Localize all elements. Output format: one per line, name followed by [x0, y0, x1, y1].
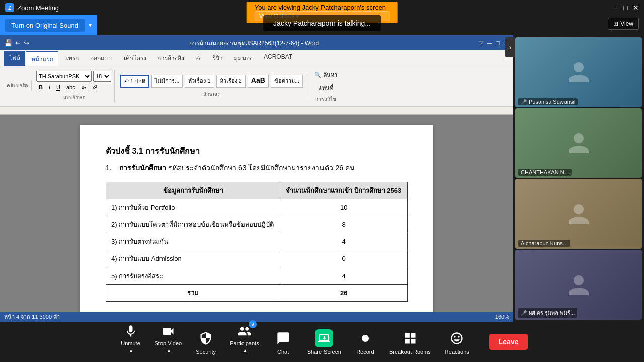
doc-sub-number: 1. [106, 164, 112, 172]
strikethrough-button[interactable]: abc [64, 83, 78, 92]
doc-sub: 1. การรับนักศึกษา รหัสประจำตัวนักศึกษา 6… [106, 162, 408, 173]
participants-button[interactable]: 9 Participants [230, 322, 259, 346]
word-undo-icon[interactable]: ↩ [15, 39, 21, 47]
bold-button[interactable]: B [36, 83, 45, 92]
table-cell-value: 4 [280, 267, 408, 285]
word-status-left: หน้า 4 จาก 11 3000 คำ [4, 312, 60, 321]
tab-insert[interactable]: แทรก [59, 51, 84, 66]
breakout-rooms-button[interactable]: Breakout Rooms [384, 326, 436, 358]
table-cell-label: 5) การรับตรงอิสระ [106, 267, 280, 285]
word-window: 💾 ↩ ↪ การนำเสนอผลงานชุดJSAR2563(12-7-64)… [0, 35, 513, 322]
table-row: 1) การรับด้วย Portfolio10 [106, 199, 408, 216]
original-sound-arrow[interactable]: ▾ [89, 22, 92, 29]
word-redo-icon[interactable]: ↪ [24, 39, 29, 47]
tab-acrobat[interactable]: ACROBAT [259, 51, 297, 66]
word-tabs: ไฟล์ หน้าแรก แทรก ออกแบบ เค้าโครง การอ้า… [2, 51, 511, 66]
view-button[interactable]: ⊞ View [608, 18, 639, 30]
word-ribbon-toggle[interactable]: ? [479, 39, 483, 47]
maximize-button[interactable]: □ [624, 4, 628, 12]
security-icon [197, 329, 215, 347]
table-row: 5) การรับตรงอิสระ4 [106, 267, 408, 285]
doc-sub-text: รหัสประจำตัวนักศึกษา 63 โดยมีนักศึกษามาร… [168, 164, 355, 172]
table-cell-label: 2) การรับแบบโควตาที่มีการสอบข้อเขียนหรือ… [106, 216, 280, 233]
collapse-panel-button[interactable]: › [505, 37, 515, 57]
participants-count-badge: 9 [249, 320, 257, 328]
turn-on-original-sound-button[interactable]: Turn on Original Sound [5, 19, 85, 32]
participant-card: 🎤ผศ.ดร.รุ่มพล พมรี... [515, 250, 642, 320]
style-emphasis[interactable]: ข้อความ... [271, 75, 303, 88]
talking-indicator: Jacky Patcharaporn is talking... [263, 15, 381, 31]
participants-button-group: 9 Participants ▲ [225, 319, 264, 362]
word-toolbar: คลิปบอร์ด TH SarabunPSK 18 B I U [2, 66, 511, 105]
participants-arrow[interactable]: ▲ [243, 348, 248, 353]
tab-design[interactable]: ออกแบบ [85, 51, 118, 66]
replace-button[interactable]: แทนที่ [312, 82, 340, 94]
tab-references[interactable]: การอ้างอิง [152, 51, 189, 66]
tab-view[interactable]: มุมมอง [229, 51, 258, 66]
doc-table-body: 1) การรับด้วย Portfolio102) การรับแบบโคว… [106, 199, 408, 302]
font-family-select[interactable]: TH SarabunPSK [36, 71, 92, 82]
font-size-select[interactable]: 18 [93, 71, 111, 82]
unmute-arrow[interactable]: ▲ [129, 348, 134, 353]
leave-button[interactable]: Leave [489, 334, 529, 350]
window-title: Z Zoom Meeting [5, 3, 59, 12]
participants-icon: 9 [235, 322, 254, 340]
doc-table: ข้อมูลการรับนักศึกษา จำนวนนักศึกษาแรกเข้… [106, 182, 408, 302]
record-button[interactable]: Record [350, 326, 380, 358]
doc-heading: ตัวบ่งชี้ 3.1 การรับนักศึกษา [106, 145, 408, 157]
word-restore[interactable]: □ [496, 39, 500, 47]
breakout-label: Breakout Rooms [389, 349, 431, 355]
chat-button[interactable]: Chat [268, 326, 298, 358]
minimize-button[interactable]: ─ [614, 4, 619, 12]
participant-card: 🎤Pusanisa Suwansil [515, 37, 642, 107]
close-button[interactable]: ✕ [633, 4, 639, 12]
table-cell-label: 3) การรับตรงร่วมกัน [106, 233, 280, 250]
svg-point-0 [362, 335, 369, 342]
reactions-button[interactable]: Reactions [440, 326, 474, 358]
subscript-button[interactable]: x₂ [79, 83, 89, 93]
window-controls: ─ □ ✕ [614, 4, 639, 12]
security-button[interactable]: Security [191, 326, 221, 358]
word-page: ตัวบ่งชี้ 3.1 การรับนักศึกษา 1. การรับนั… [80, 125, 433, 312]
bottom-toolbar: Unmute ▲ Stop Video ▲ Security 9 Partici… [0, 322, 644, 362]
stop-video-button[interactable]: Stop Video [155, 322, 182, 346]
chat-icon [274, 329, 292, 347]
word-minimize[interactable]: ─ [487, 39, 492, 47]
superscript-button[interactable]: x² [90, 83, 99, 92]
style-title[interactable]: AaB [248, 75, 269, 88]
tab-layout[interactable]: เค้าโครง [119, 51, 151, 66]
style-heading2[interactable]: หัวเรื่อง 2 [216, 75, 246, 88]
share-screen-button[interactable]: Share Screen [302, 326, 346, 358]
security-label: Security [196, 349, 216, 355]
tab-send[interactable]: ส่ง [190, 51, 207, 66]
style-normal[interactable]: ↶ 1 ปกติ [120, 75, 149, 88]
participants-label: Participants [230, 340, 259, 346]
underline-button[interactable]: U [54, 83, 63, 92]
table-cell-value: 10 [280, 199, 408, 216]
table-cell-label: 1) การรับด้วย Portfolio [106, 199, 280, 216]
video-icon [159, 322, 177, 340]
participant-name: 🎤ผศ.ดร.รุ่มพล พมรี... [518, 308, 577, 318]
italic-button[interactable]: I [46, 83, 53, 92]
table-cell-label: 4) การรับแบบ Admission [106, 250, 280, 267]
word-status-right: 160% [495, 314, 509, 320]
word-save-icon[interactable]: 💾 [4, 39, 12, 47]
participant-card: CHANTHAKAN N... [515, 108, 642, 178]
tab-home[interactable]: หน้าแรก [26, 51, 58, 66]
reactions-label: Reactions [445, 349, 469, 355]
stop-video-label: Stop Video [155, 340, 182, 346]
word-title: การนำเสนอผลงานชุดJSAR2563(12-7-64) - Wor… [29, 38, 479, 48]
unmute-button[interactable]: Unmute [121, 322, 140, 346]
tab-review[interactable]: รีวิว [208, 51, 228, 66]
record-label: Record [356, 349, 374, 355]
search-replace-button[interactable]: 🔍 ค้นหา [312, 69, 340, 81]
reactions-icon [448, 329, 466, 347]
style-no-spacing[interactable]: ไม่มีการ... [151, 75, 183, 88]
tab-file[interactable]: ไฟล์ [4, 51, 25, 66]
original-sound-bar: Turn on Original Sound ▾ [0, 15, 97, 35]
stop-video-arrow[interactable]: ▲ [166, 348, 171, 353]
style-heading1[interactable]: หัวเรื่อง 1 [185, 75, 214, 88]
word-document-area[interactable]: ตัวบ่งชี้ 3.1 การรับนักศึกษา 1. การรับนั… [0, 115, 513, 312]
share-screen-label: Share Screen [307, 349, 341, 355]
table-total-row: รวม26 [106, 285, 408, 302]
